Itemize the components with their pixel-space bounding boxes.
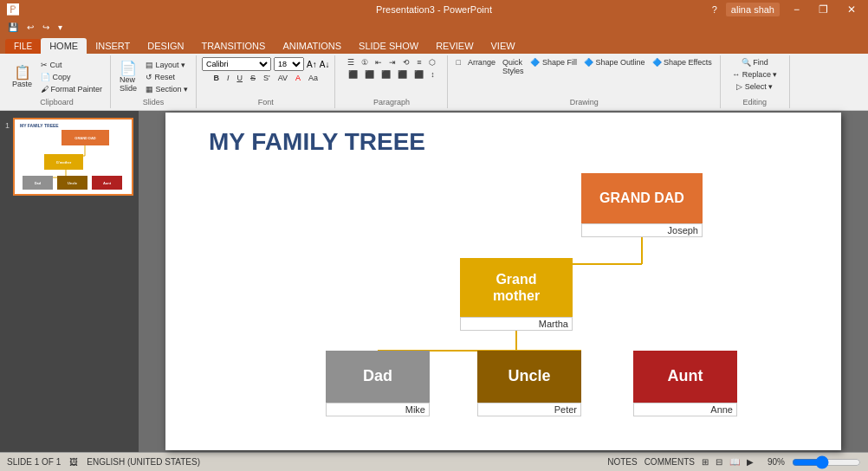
paragraph-group: ☰ ① ⇤ ⇥ ⟲ ≡ ⬡ ⬛ ⬛ ⬛ ⬛ ⬛ ↕ Paragraph (335, 55, 448, 108)
font-color-button[interactable]: A (293, 73, 303, 83)
line-spacing-button[interactable]: ↕ (428, 69, 437, 80)
font-size-select[interactable]: 18 (274, 57, 304, 71)
title-bar: 🅿 Presentation3 - PowerPoint ? alina sha… (0, 0, 868, 19)
underline-button[interactable]: U (234, 73, 245, 83)
reading-view-button[interactable]: 📖 (729, 457, 740, 467)
title-bar-right: ? alina shah − ❐ ✕ (712, 3, 861, 16)
reset-button[interactable]: ↺ Reset (143, 72, 191, 82)
find-button[interactable]: 🔍 Find (739, 57, 771, 68)
aunt-name: Anne (633, 403, 737, 416)
italic-button[interactable]: I (224, 73, 232, 83)
grandmother-name: Martha (460, 317, 573, 331)
layout-button[interactable]: ▤ Layout ▾ (143, 60, 191, 70)
format-painter-button[interactable]: 🖌 Format Painter (38, 84, 105, 94)
aunt-box[interactable]: Aunt (633, 351, 737, 403)
tree-container: GRAND DAD Joseph Grandmother Martha Dad (165, 165, 841, 450)
text-direction-button[interactable]: ⟲ (400, 57, 412, 68)
minimize-button[interactable]: − (788, 3, 805, 16)
customize-quick-access-button[interactable]: ▾ (55, 22, 65, 33)
tab-animations[interactable]: ANIMATIONS (274, 38, 350, 54)
quick-styles-button[interactable]: QuickStyles (500, 57, 527, 76)
tab-review[interactable]: REVIEW (427, 38, 482, 54)
shape-effects-button[interactable]: 🔷 Shape Effects (650, 57, 715, 76)
new-slide-label: NewSlide (120, 75, 137, 93)
close-button[interactable]: ✕ (842, 3, 861, 16)
tab-design[interactable]: DESIGN (139, 38, 192, 54)
convert-smartart-button[interactable]: ⬡ (426, 57, 438, 68)
font-family-select[interactable]: Calibri (202, 57, 271, 71)
tab-file[interactable]: FILE (5, 39, 41, 54)
thumb-grandmother: G'mother (44, 154, 83, 170)
align-left-button[interactable]: ⬛ (346, 69, 360, 80)
align-text-button[interactable]: ≡ (414, 57, 424, 68)
arrange-button[interactable]: Arrange (465, 57, 498, 76)
strikethrough-button[interactable]: S (248, 73, 258, 83)
status-right: NOTES COMMENTS ⊞ ⊟ 📖 ▶ 90% (607, 457, 861, 467)
section-button[interactable]: ▦ Section ▾ (143, 84, 191, 94)
notes-button[interactable]: NOTES (607, 457, 637, 467)
align-right-button[interactable]: ⬛ (379, 69, 393, 80)
granddad-box[interactable]: GRAND DAD (581, 173, 703, 223)
slideshow-button[interactable]: ▶ (747, 457, 754, 467)
select-button[interactable]: ▷ Select ▾ (734, 81, 775, 92)
granddad-node: GRAND DAD Joseph (581, 173, 703, 237)
tab-insert[interactable]: INSERT (87, 38, 139, 54)
tab-slideshow[interactable]: SLIDE SHOW (350, 38, 427, 54)
restore-button[interactable]: ❐ (813, 3, 833, 16)
uncle-node: Uncle Peter (477, 351, 581, 416)
cut-button[interactable]: ✂ Cut (38, 60, 105, 70)
char-spacing-button[interactable]: AV (275, 73, 290, 83)
new-slide-button[interactable]: 📄 NewSlide (116, 60, 140, 94)
justify-button[interactable]: ⬛ (395, 69, 410, 80)
uncle-box[interactable]: Uncle (477, 351, 581, 403)
grandmother-box[interactable]: Grandmother (460, 258, 573, 317)
tab-view[interactable]: VIEW (483, 38, 524, 54)
tab-transitions[interactable]: TRANSITIONS (192, 38, 274, 54)
tab-home[interactable]: HOME (41, 38, 87, 54)
thumb-aunt: Aunt (92, 176, 122, 190)
shape-outline-button[interactable]: 🔷 Shape Outline (581, 57, 648, 76)
slide-sorter-button[interactable]: ⊟ (716, 457, 722, 467)
increase-indent-button[interactable]: ⇥ (386, 57, 398, 68)
shapes-button[interactable]: □ (453, 57, 463, 76)
dad-name: Mike (326, 403, 430, 416)
slide-canvas[interactable]: MY FAMILY TREEE (165, 113, 841, 450)
canvas-area: MY FAMILY TREEE (139, 111, 868, 452)
ribbon: 📋 Paste ✂ Cut 📄 Copy 🖌 Format Painter Cl… (0, 54, 868, 111)
zoom-slider[interactable] (792, 458, 861, 467)
dad-box[interactable]: Dad (326, 351, 430, 403)
redo-button[interactable]: ↪ (40, 22, 52, 33)
help-icon[interactable]: ? (712, 4, 717, 15)
save-button[interactable]: 💾 (5, 22, 21, 33)
paste-icon: 📋 (14, 66, 31, 80)
increase-font-button[interactable]: A↑ (307, 60, 317, 69)
window-title: Presentation3 - PowerPoint (376, 4, 492, 15)
align-center-button[interactable]: ⬛ (362, 69, 377, 80)
change-case-button[interactable]: Aa (306, 73, 321, 83)
slide-thumbnail-1[interactable]: MY FAMILY TREEE GRAND DAD (13, 118, 133, 196)
normal-view-button[interactable]: ⊞ (702, 457, 709, 467)
paste-button[interactable]: 📋 Paste (9, 64, 36, 90)
copy-button[interactable]: 📄 Copy (38, 72, 105, 82)
text-shadow-button[interactable]: S' (261, 73, 273, 83)
numbering-button[interactable]: ① (359, 57, 371, 68)
status-left: SLIDE 1 OF 1 🖼 ENGLISH (UNITED STATES) (7, 457, 200, 467)
thumb-uncle: Uncle (57, 176, 87, 190)
drawing-group: □ Arrange QuickStyles 🔷 Shape Fill 🔷 Sha… (448, 55, 720, 108)
decrease-font-button[interactable]: A↓ (320, 60, 330, 69)
shape-fill-button[interactable]: 🔷 Shape Fill (528, 57, 580, 76)
bullets-button[interactable]: ☰ (345, 57, 357, 68)
language: ENGLISH (UNITED STATES) (87, 457, 200, 467)
columns-button[interactable]: ⬛ (411, 69, 426, 80)
slide-icon: 🖼 (69, 457, 78, 467)
slide-info: SLIDE 1 OF 1 (7, 457, 61, 467)
comments-button[interactable]: COMMENTS (645, 457, 695, 467)
replace-button[interactable]: ↔ Replace ▾ (729, 69, 780, 80)
ribbon-tabs: FILE HOME INSERT DESIGN TRANSITIONS ANIM… (0, 35, 868, 54)
undo-button[interactable]: ↩ (24, 22, 36, 33)
granddad-label: GRAND DAD (599, 190, 684, 206)
slides-label: Slides (143, 96, 165, 106)
decrease-indent-button[interactable]: ⇤ (372, 57, 385, 68)
slide-title: MY FAMILY TREEE (209, 128, 425, 156)
bold-button[interactable]: B (211, 73, 222, 83)
